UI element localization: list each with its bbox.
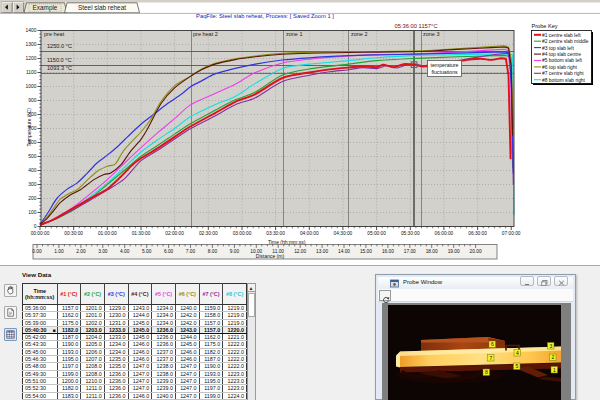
svg-text:4.00: 4.00 bbox=[120, 249, 130, 254]
svg-text:03:30:00: 03:30:00 bbox=[266, 231, 285, 236]
svg-text:6: 6 bbox=[491, 341, 494, 347]
svg-text:Example: Example bbox=[33, 4, 58, 12]
svg-text:3.00: 3.00 bbox=[98, 249, 108, 254]
svg-text:03:00:00: 03:00:00 bbox=[233, 231, 252, 236]
svg-text:14.00: 14.00 bbox=[338, 249, 350, 254]
svg-text:1200: 1200 bbox=[26, 56, 37, 61]
svg-text:4: 4 bbox=[516, 350, 519, 356]
svg-text:pre heat: pre heat bbox=[44, 30, 65, 36]
svg-text:temperature: temperature bbox=[431, 62, 459, 68]
svg-text:06:30:00: 06:30:00 bbox=[468, 231, 487, 236]
svg-text:#5 bottom slab left: #5 bottom slab left bbox=[542, 58, 583, 63]
svg-text:15.00: 15.00 bbox=[360, 249, 372, 254]
svg-text:#8 bottom slab right: #8 bottom slab right bbox=[542, 77, 586, 82]
svg-text:05:30:00: 05:30:00 bbox=[401, 231, 420, 236]
svg-text:8.00: 8.00 bbox=[208, 249, 218, 254]
svg-text:17.00: 17.00 bbox=[404, 249, 416, 254]
svg-text:01:30:00: 01:30:00 bbox=[132, 231, 151, 236]
svg-text:05:00:00: 05:00:00 bbox=[367, 231, 386, 236]
svg-text:9.00: 9.00 bbox=[230, 249, 240, 254]
svg-text:PaqFile: Steel slab reheat, Pr: PaqFile: Steel slab reheat, Process: [ S… bbox=[196, 14, 334, 19]
svg-text:200: 200 bbox=[28, 196, 36, 201]
svg-text:fluctuations: fluctuations bbox=[431, 69, 458, 75]
svg-text:Probe Key: Probe Key bbox=[532, 22, 558, 28]
svg-text:2: 2 bbox=[551, 354, 554, 360]
svg-text:zone 1: zone 1 bbox=[286, 30, 303, 36]
svg-text:6.00: 6.00 bbox=[164, 249, 174, 254]
svg-text:13.00: 13.00 bbox=[316, 249, 328, 254]
svg-text:#3 top slab left: #3 top slab left bbox=[542, 45, 574, 50]
svg-text:400: 400 bbox=[28, 168, 36, 173]
svg-text:7.00: 7.00 bbox=[186, 249, 196, 254]
svg-text:5.00: 5.00 bbox=[142, 249, 152, 254]
svg-text:06:00:00: 06:00:00 bbox=[435, 231, 454, 236]
svg-text:2.00: 2.00 bbox=[76, 249, 86, 254]
svg-text:Steel slab reheat: Steel slab reheat bbox=[78, 4, 126, 11]
svg-text:Temperature (°C): Temperature (°C) bbox=[26, 107, 32, 146]
svg-text:900: 900 bbox=[28, 98, 36, 103]
svg-text:04:00:00: 04:00:00 bbox=[300, 231, 319, 236]
svg-text:1250.0 °C: 1250.0 °C bbox=[47, 42, 72, 48]
svg-text:07:00:00: 07:00:00 bbox=[502, 231, 521, 236]
svg-text:#4 top slab centre: #4 top slab centre bbox=[542, 52, 581, 57]
svg-text:1150.0 °C: 1150.0 °C bbox=[47, 57, 72, 63]
svg-text:12.00: 12.00 bbox=[294, 249, 306, 254]
svg-text:20.00: 20.00 bbox=[470, 249, 482, 254]
svg-text:1400: 1400 bbox=[26, 28, 37, 33]
svg-text:00:00:00: 00:00:00 bbox=[31, 231, 50, 236]
svg-text:100: 100 bbox=[28, 210, 36, 215]
svg-text:#2 centre slab middle: #2 centre slab middle bbox=[542, 39, 589, 44]
svg-text:1300: 1300 bbox=[26, 42, 37, 47]
svg-text:1.00: 1.00 bbox=[54, 249, 64, 254]
svg-text:19.00: 19.00 bbox=[448, 249, 460, 254]
svg-text:pre heat 2: pre heat 2 bbox=[193, 30, 218, 36]
svg-text:8: 8 bbox=[485, 369, 488, 375]
svg-text:1093.3 °C: 1093.3 °C bbox=[47, 65, 72, 71]
svg-text:3: 3 bbox=[549, 343, 552, 349]
svg-text:1: 1 bbox=[553, 367, 556, 373]
svg-text:16.00: 16.00 bbox=[382, 249, 394, 254]
svg-text:02:30:00: 02:30:00 bbox=[199, 231, 218, 236]
svg-text:0.00: 0.00 bbox=[32, 249, 42, 254]
svg-text:500: 500 bbox=[28, 154, 36, 159]
svg-text:#1 centre slab left: #1 centre slab left bbox=[542, 32, 581, 37]
svg-text:1100: 1100 bbox=[26, 70, 37, 75]
svg-text:#7 centre slab right: #7 centre slab right bbox=[542, 71, 584, 76]
svg-text:01:00:00: 01:00:00 bbox=[98, 231, 117, 236]
svg-text:0: 0 bbox=[34, 224, 37, 229]
svg-text:02:00:00: 02:00:00 bbox=[165, 231, 184, 236]
svg-text:00:30:00: 00:30:00 bbox=[64, 231, 83, 236]
svg-text:300: 300 bbox=[28, 182, 36, 187]
svg-text:zone 2: zone 2 bbox=[351, 30, 368, 36]
svg-text:04:30:00: 04:30:00 bbox=[334, 231, 353, 236]
svg-text:05:36:00 1157°C: 05:36:00 1157°C bbox=[394, 22, 437, 28]
svg-text:zone 3: zone 3 bbox=[423, 30, 440, 36]
svg-text:7: 7 bbox=[489, 355, 492, 361]
svg-text:Distance (m): Distance (m) bbox=[256, 252, 285, 258]
svg-text:18.00: 18.00 bbox=[426, 249, 438, 254]
svg-text:1000: 1000 bbox=[26, 84, 37, 89]
svg-text:#6 top slab right: #6 top slab right bbox=[542, 64, 577, 69]
svg-text:5: 5 bbox=[515, 363, 518, 369]
